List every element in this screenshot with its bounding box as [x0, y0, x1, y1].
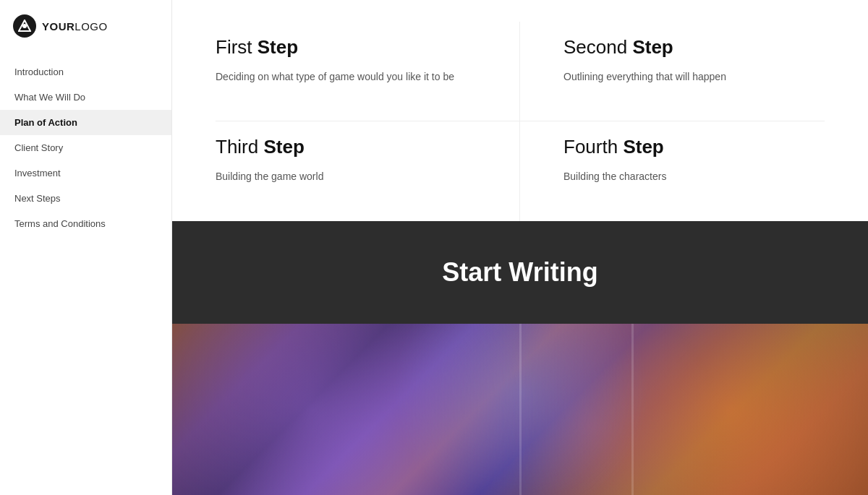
sidebar-item-terms-and-conditions[interactable]: Terms and Conditions: [0, 211, 171, 236]
panel-divider-2: [519, 324, 522, 495]
logo-text: YOURLOGO: [42, 20, 108, 33]
sidebar-item-client-story[interactable]: Client Story: [0, 135, 171, 160]
image-section: [172, 324, 868, 495]
step-desc-1: Deciding on what type of game would you …: [216, 69, 476, 85]
step-cell-4: Fourth StepBuilding the characters: [520, 121, 825, 220]
sidebar-item-next-steps[interactable]: Next Steps: [0, 186, 171, 211]
step-cell-1: First StepDeciding on what type of game …: [216, 22, 520, 121]
nav-list: IntroductionWhat We Will DoPlan of Actio…: [0, 59, 171, 236]
start-writing-heading: Start Writing: [442, 257, 597, 288]
sidebar-item-what-we-will-do[interactable]: What We Will Do: [0, 85, 171, 110]
logo-area: YOURLOGO: [0, 14, 171, 59]
logo-icon: [13, 14, 36, 38]
dark-section: Start Writing: [172, 221, 868, 324]
sidebar-item-plan-of-action[interactable]: Plan of Action: [0, 110, 171, 135]
image-placeholder: [172, 324, 868, 495]
step-cell-2: Second StepOutlining everything that wil…: [520, 22, 825, 121]
step-title-2: Second Step: [563, 36, 803, 59]
step-desc-3: Building the game world: [216, 168, 476, 184]
steps-section: First StepDeciding on what type of game …: [172, 0, 868, 221]
step-desc-4: Building the characters: [563, 168, 803, 184]
step-title-4: Fourth Step: [563, 136, 803, 158]
step-desc-2: Outlining everything that will happen: [563, 69, 803, 85]
main-content: First StepDeciding on what type of game …: [172, 0, 868, 495]
step-title-3: Third Step: [216, 136, 476, 158]
sidebar: YOURLOGO IntroductionWhat We Will DoPlan…: [0, 0, 172, 495]
svg-point-1: [22, 24, 27, 28]
step-title-1: First Step: [216, 36, 476, 59]
steps-grid: First StepDeciding on what type of game …: [216, 22, 825, 221]
sidebar-item-investment[interactable]: Investment: [0, 160, 171, 186]
sidebar-item-introduction[interactable]: Introduction: [0, 59, 171, 85]
step-cell-3: Third StepBuilding the game world: [216, 121, 520, 220]
panel-divider-1: [631, 324, 634, 495]
